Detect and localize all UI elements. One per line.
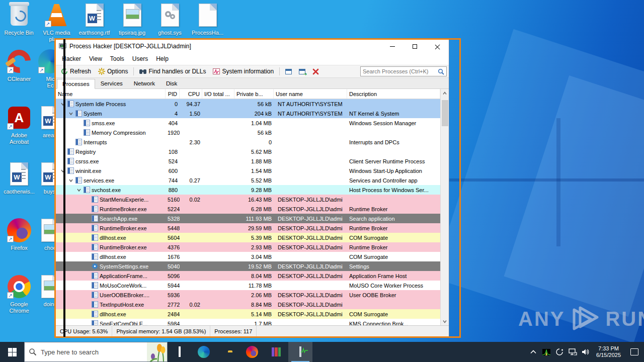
network-icon[interactable] [566, 342, 579, 362]
taskbar-app-button[interactable] [168, 342, 192, 362]
taskbar-app-button[interactable] [192, 342, 216, 362]
process-row[interactable]: Interrupts 2.30 0 Interrupts and DPCs [56, 137, 440, 147]
process-row[interactable]: RuntimeBroker.exe 5224 6.28 MB DESKTOP-J… [56, 204, 440, 214]
expand-chevron-icon[interactable] [85, 284, 90, 288]
desktop-icon[interactable]: W caotherwis... [4, 161, 34, 217]
process-search-box[interactable] [360, 66, 447, 76]
menu-item[interactable]: Help [152, 54, 173, 64]
process-row[interactable]: SppExtComObj.E... 5984 1.7 MB KMS Connec… [56, 319, 440, 325]
menu-item[interactable]: Hacker [58, 54, 85, 64]
desktop-icon[interactable]: ↗ VLC media player [38, 2, 75, 43]
open-window-button[interactable] [296, 67, 308, 76]
process-row[interactable]: dllhost.exe 1676 3.04 MB COM Surrogate [56, 252, 440, 261]
taskbar-clock[interactable]: 7:33 PM 6/15/2025 [592, 345, 625, 358]
expand-chevron-icon[interactable] [85, 236, 90, 240]
process-row[interactable]: TextInputHost.exe 2772 0.02 8.84 MB DESK… [56, 300, 440, 309]
close-button[interactable] [426, 40, 449, 53]
process-search-input[interactable] [363, 68, 438, 74]
tab[interactable]: Disk [160, 78, 183, 88]
column-header-io[interactable]: I/O total ... [202, 89, 234, 99]
action-center-icon[interactable] [625, 342, 644, 362]
column-header-pid[interactable]: PID [166, 89, 180, 99]
minimize-button[interactable] [381, 40, 404, 53]
expand-chevron-icon[interactable] [85, 198, 90, 202]
process-row[interactable]: Registry 108 5.62 MB [56, 147, 440, 156]
hidden-icons-chevron[interactable] [527, 342, 540, 362]
options-button[interactable]: Options [95, 66, 131, 76]
column-header-name[interactable]: Name [56, 89, 166, 99]
tab[interactable]: Processes [57, 79, 95, 89]
desktop-icon[interactable]: ↗ Google Chrome [4, 274, 34, 330]
expand-chevron-icon[interactable] [85, 303, 90, 307]
menu-item[interactable]: Tools [106, 54, 128, 64]
process-row[interactable]: Memory Compression 1920 56 kB [56, 128, 440, 137]
expand-chevron-icon[interactable] [85, 245, 90, 249]
column-header-description[interactable]: Description [347, 89, 440, 99]
taskbar-app-button[interactable] [288, 342, 312, 362]
column-header-private[interactable]: Private b... [234, 89, 274, 99]
taskbar-app-button[interactable] [240, 342, 264, 362]
terminate-button[interactable] [309, 67, 322, 76]
process-row[interactable]: System Idle Process 0 94.37 56 kB NT AUT… [56, 99, 440, 109]
process-row[interactable]: csrss.exe 524 1.88 MB Client Server Runt… [56, 156, 440, 166]
expand-chevron-icon[interactable] [85, 293, 90, 297]
expand-chevron-icon[interactable] [85, 207, 90, 211]
process-row[interactable]: wininit.exe 600 1.54 MB Windows Start-Up… [56, 166, 440, 175]
process-row[interactable]: RuntimeBroker.exe 4376 2.93 MB DESKTOP-J… [56, 242, 440, 252]
desktop-icon[interactable]: Recycle Bin [0, 2, 38, 43]
process-row[interactable]: smss.exe 404 1.04 MB Windows Session Man… [56, 118, 440, 128]
taskbar-app-button[interactable] [216, 342, 240, 362]
vertical-scrollbar[interactable] [440, 89, 449, 325]
process-row[interactable]: SearchApp.exe 5328 111.93 MB DESKTOP-JGL… [56, 214, 440, 223]
process-row[interactable]: dllhost.exe 2484 5.14 MB DESKTOP-JGLLJLD… [56, 309, 440, 319]
expand-chevron-icon[interactable] [85, 264, 90, 268]
desktop-icon[interactable]: ↗ CCleaner [4, 48, 34, 105]
find-handles-button[interactable]: Find handles or DLLs [136, 66, 209, 76]
process-row[interactable]: svchost.exe 880 9.28 MB Host Process for… [56, 185, 440, 195]
process-row[interactable]: StartMenuExperie... 5160 0.02 16.43 MB D… [56, 195, 440, 204]
maximize-button[interactable] [404, 40, 426, 53]
menu-item[interactable]: View [85, 54, 106, 64]
scrollbar-thumb[interactable] [442, 100, 448, 126]
system-information-button[interactable]: System information [210, 66, 277, 76]
window-titlebar[interactable]: Process Hacker [DESKTOP-JGLLJLD\admin] [56, 40, 449, 53]
column-header-user[interactable]: User name [274, 89, 347, 99]
expand-chevron-icon[interactable] [77, 121, 82, 125]
expand-chevron-icon[interactable] [77, 188, 82, 192]
start-button[interactable] [0, 342, 24, 362]
process-row[interactable]: RuntimeBroker.exe 5448 29.59 MB DESKTOP-… [56, 223, 440, 233]
expand-chevron-icon[interactable] [85, 217, 90, 221]
meet-now-icon[interactable] [553, 342, 566, 362]
process-row[interactable]: ApplicationFrame... 5096 8.04 MB DESKTOP… [56, 271, 440, 281]
expand-chevron-icon[interactable] [85, 274, 90, 278]
process-hacker-graph-icon[interactable] [540, 342, 553, 362]
process-row[interactable]: dllhost.exe 5604 5.39 MB DESKTOP-JGLLJLD… [56, 233, 440, 242]
desktop-icon[interactable]: ProcessHa... [189, 2, 226, 43]
column-header-cpu[interactable]: CPU [180, 89, 202, 99]
taskbar-search-box[interactable]: Type here to search [24, 342, 168, 362]
expand-chevron-icon[interactable] [85, 255, 90, 259]
process-row[interactable]: SystemSettings.exe 5040 19.52 MB DESKTOP… [56, 261, 440, 271]
process-row[interactable]: services.exe 744 0.27 5.52 MB Services a… [56, 175, 440, 185]
desktop-icon[interactable]: A↗ Adobe Acrobat [4, 105, 34, 161]
expand-chevron-icon[interactable] [85, 322, 90, 326]
expand-chevron-icon[interactable] [69, 112, 74, 116]
expand-chevron-icon[interactable] [77, 131, 82, 135]
process-row[interactable]: UserOOBEBroker.... 5936 2.06 MB DESKTOP-… [56, 290, 440, 300]
new-window-button[interactable] [282, 67, 295, 76]
scroll-up-icon[interactable] [441, 89, 449, 98]
scroll-down-icon[interactable] [441, 317, 449, 325]
expand-chevron-icon[interactable] [85, 312, 90, 316]
expand-chevron-icon[interactable] [69, 178, 74, 183]
tab[interactable]: Network [128, 78, 160, 88]
volume-icon[interactable] [579, 342, 592, 362]
desktop-icon[interactable]: ↗ Firefox [4, 217, 34, 274]
expand-chevron-icon[interactable] [85, 226, 90, 230]
menu-item[interactable]: Users [128, 54, 152, 64]
desktop-icon[interactable]: W earthsong.rtf [75, 2, 113, 43]
taskbar-app-button[interactable] [264, 342, 288, 362]
desktop-icon[interactable]: tipsiraq.jpg [113, 2, 151, 43]
expand-chevron-icon[interactable] [69, 140, 74, 144]
desktop-icon[interactable]: ghost.sys [151, 2, 189, 43]
tab[interactable]: Services [95, 78, 128, 88]
